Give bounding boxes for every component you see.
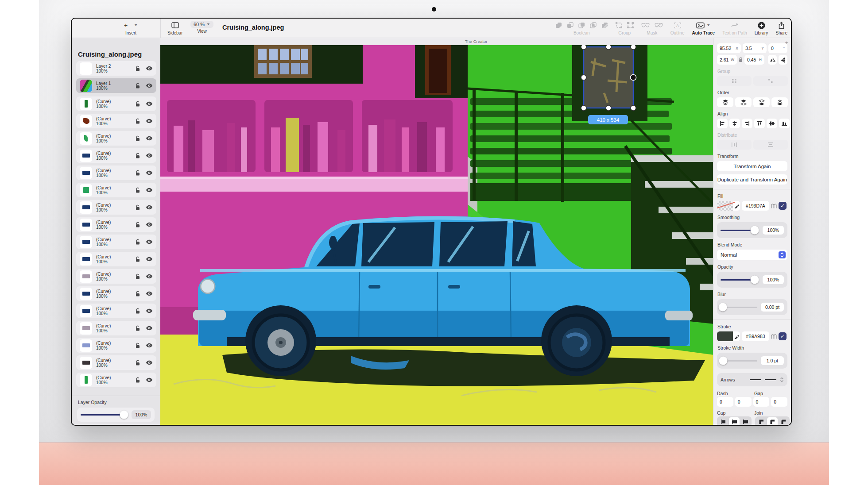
layer-opacity-slider[interactable] [81,410,128,419]
lock-icon[interactable] [135,118,140,124]
layer-row[interactable]: (Curve) 100% [76,286,156,301]
outline-icon[interactable]: A [674,22,681,29]
eye-icon[interactable] [146,360,153,365]
eye-icon[interactable] [146,222,153,227]
align-top-button[interactable] [754,119,765,128]
align-middle-vertical-button[interactable] [767,119,777,128]
door[interactable] [429,49,447,93]
eye-icon[interactable] [146,326,153,331]
canvas[interactable]: The Creator [160,38,713,425]
flip-horizontal-button[interactable] [768,55,777,65]
lock-icon[interactable] [135,291,140,297]
y-field[interactable]: 3.5Y [743,43,767,53]
height-field[interactable]: 0.45H [744,55,764,65]
insert-button[interactable]: +▼ Insert [124,21,138,35]
align-left-button[interactable] [717,119,728,128]
sidebar-toggle-button[interactable]: Sidebar [167,21,182,35]
eye-icon[interactable] [146,239,153,244]
stroke-path-toggle-icon[interactable] [771,334,777,339]
stroke-enabled-checkbox[interactable]: ✓ [779,332,787,340]
layer-row[interactable]: (Curve) 100% [76,304,156,318]
lock-icon[interactable] [135,83,140,89]
eye-icon[interactable] [146,136,153,141]
layer-row[interactable]: (Curve) 100% [76,131,156,146]
layer-row[interactable]: (Curve) 100% [76,200,156,215]
align-bottom-button[interactable] [779,119,790,128]
boolean-subtract-icon[interactable] [567,22,574,28]
lock-icon[interactable] [135,170,140,176]
bring-forward-button[interactable] [735,97,752,107]
share-button[interactable]: Share [775,21,787,35]
opacity-slider[interactable] [721,275,759,284]
boolean-exclude-icon[interactable] [590,22,597,28]
eye-icon[interactable] [146,101,153,106]
lock-icon[interactable] [135,239,140,245]
send-backward-button[interactable] [753,97,770,107]
distribute-vertical-button[interactable] [753,140,788,150]
lock-icon[interactable] [135,360,140,366]
eye-icon[interactable] [146,205,153,210]
eye-icon[interactable] [146,83,153,88]
transform-again-button[interactable]: Transform Again [717,161,787,171]
eye-icon[interactable] [146,377,153,382]
lock-icon[interactable] [135,256,140,262]
selected-object[interactable] [584,47,633,108]
lock-ratio-icon[interactable] [739,57,743,62]
gap-field-1[interactable]: 0 [753,397,770,407]
eye-icon[interactable] [146,257,153,262]
lock-icon[interactable] [135,325,140,331]
eyedropper-icon[interactable] [733,334,740,339]
lock-icon[interactable] [135,343,140,349]
eye-icon[interactable] [146,291,153,296]
pink-tower[interactable] [363,45,415,85]
align-center-horizontal-button[interactable] [729,119,740,128]
join-miter-button[interactable] [756,417,767,425]
layer-row[interactable]: (Curve) 100% [76,355,156,370]
lock-icon[interactable] [135,222,140,228]
eye-icon[interactable] [146,153,153,158]
lock-icon[interactable] [135,308,140,314]
send-to-back-button[interactable] [771,97,788,107]
join-round-button[interactable] [767,417,778,425]
flip-vertical-button[interactable] [779,55,787,65]
arcade-openings[interactable] [167,100,453,172]
small-window[interactable] [254,45,312,78]
fill-enabled-checkbox[interactable]: ✓ [779,202,787,210]
blur-slider[interactable] [721,303,757,312]
layer-row[interactable]: (Curve) 100% [76,166,156,180]
arrow-start-preview[interactable] [750,379,761,381]
cap-round-button[interactable] [729,417,740,425]
pink-stripe[interactable] [160,177,468,192]
duplicate-transform-again-button[interactable]: Duplicate and Transform Again [717,174,787,185]
add-artboard-button[interactable]: + [785,39,788,46]
ungroup-button[interactable] [753,76,788,86]
gap-field-2[interactable]: 0 [771,397,787,407]
layer-row[interactable]: (Curve) 100% [76,217,156,232]
stroke-hex-field[interactable]: #B9A983 [742,331,769,341]
lock-icon[interactable] [135,377,140,383]
lock-icon[interactable] [135,273,140,280]
lock-icon[interactable] [135,204,140,211]
auto-trace-button[interactable]: ▼ Auto Trace [692,21,715,35]
eye-icon[interactable] [146,274,153,279]
eye-icon[interactable] [146,170,153,175]
layer-row[interactable]: (Curve) 100% [76,235,156,249]
align-right-button[interactable] [742,119,752,128]
dash-field-1[interactable]: 0 [717,397,733,407]
text-on-path-button[interactable]: Text on Path [722,21,747,35]
layer-row[interactable]: (Curve) 100% [76,373,156,387]
eye-icon[interactable] [146,343,153,348]
view-zoom-button[interactable]: 60 %▼ View [190,21,213,34]
eye-icon[interactable] [146,308,153,313]
boolean-intersect-icon[interactable] [578,22,585,28]
lock-icon[interactable] [135,65,140,72]
layer-row[interactable]: (Curve) 100% [76,269,156,284]
boolean-union-icon[interactable] [555,22,562,28]
stroke-swatch[interactable] [717,331,740,341]
bring-to-front-button[interactable] [717,97,733,107]
layer-row[interactable]: (Curve) 100% [76,148,156,163]
lock-icon[interactable] [135,153,140,159]
arrow-end-preview[interactable] [765,379,776,381]
unmask-icon[interactable] [655,23,663,27]
stroke-width-slider[interactable] [721,356,757,365]
